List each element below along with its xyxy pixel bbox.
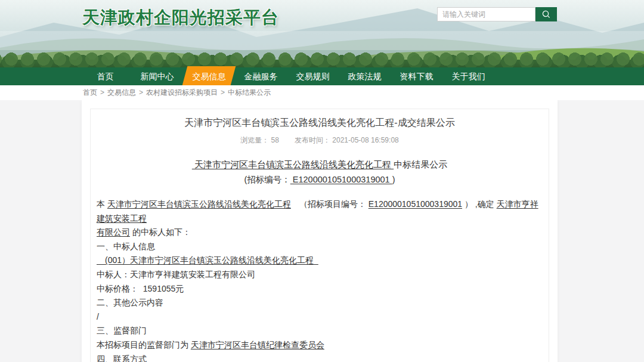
search-icon [541, 10, 551, 19]
winner-price: 中标价格： 1591055元 [97, 282, 543, 296]
article-meta: 浏览量： 58发布时间： 2021-05-08 16:59:08 [97, 135, 543, 146]
article: 天津市宁河区丰台镇滨玉公路线沿线美化亮化工程-成交结果公示 浏览量： 58发布时… [82, 117, 558, 362]
nav-item-downloads[interactable]: 资料下载 [391, 67, 442, 85]
breadcrumb: 首页>交易信息>农村建设招标采购项目>中标结果公示 [0, 85, 644, 100]
section-2-heading: 二、其他公示内容 [97, 296, 543, 310]
nav-item-trade-rules[interactable]: 交易规则 [287, 67, 339, 85]
notice-paragraph-line1: 本 天津市宁河区丰台镇滨玉公路线沿线美化亮化工程 （招标项目编号： E12000… [97, 197, 543, 225]
search-box [437, 7, 557, 21]
search-button[interactable] [535, 7, 557, 21]
breadcrumb-home[interactable]: 首页 [83, 88, 97, 97]
section-1-heading: 一、中标人信息 [97, 240, 543, 254]
header-treeline-decoration [0, 52, 644, 67]
breadcrumb-separator: > [139, 88, 143, 97]
article-card: 天津市宁河区丰台镇滨玉公路线沿线美化亮化工程-成交结果公示 浏览量： 58发布时… [82, 100, 558, 362]
section-4-heading: 四、联系方式 [97, 352, 543, 362]
notice-heading: 天津市宁河区丰台镇滨玉公路线沿线美化亮化工程 中标结果公示 [97, 159, 543, 171]
notice-paragraph-line2: 有限公司 的中标人如下： [97, 225, 543, 240]
section-2-content: / [97, 310, 543, 324]
publish-time: 发布时间： 2021-05-08 16:59:08 [295, 136, 399, 144]
winner-name: 中标人：天津市亨祥建筑安装工程有限公司 [97, 268, 543, 282]
nav-item-about[interactable]: 关于我们 [442, 67, 494, 85]
notice-body: 本 天津市宁河区丰台镇滨玉公路线沿线美化亮化工程 （招标项目编号： E12000… [97, 197, 543, 362]
section-3-heading: 三、监督部门 [97, 324, 543, 338]
search-input[interactable] [437, 7, 535, 21]
nav-item-policies[interactable]: 政策法规 [339, 67, 391, 85]
breadcrumb-current-page: 中标结果公示 [228, 88, 271, 97]
nav-item-news[interactable]: 新闻中心 [131, 67, 183, 85]
nav-item-finance[interactable]: 金融服务 [235, 67, 287, 85]
nav-list: 首页 新闻中心 交易信息 金融服务 交易规则 政策法规 资料下载 关于我们 [79, 67, 494, 85]
main-content-area: 天津市宁河区丰台镇滨玉公路线沿线美化亮化工程-成交结果公示 浏览量： 58发布时… [0, 100, 644, 362]
main-nav: 首页 新闻中心 交易信息 金融服务 交易规则 政策法规 资料下载 关于我们 [0, 67, 644, 85]
views-count: 浏览量： 58 [240, 136, 279, 144]
site-header: 天津政村企阳光招采平台 [0, 0, 644, 67]
notice-bid-number: (招标编号： E1200001051000319001 ) [97, 174, 543, 185]
breadcrumb-trade-info[interactable]: 交易信息 [107, 88, 136, 97]
site-title: 天津政村企阳光招采平台 [82, 6, 279, 30]
nav-item-home[interactable]: 首页 [79, 67, 131, 85]
breadcrumb-separator: > [221, 88, 225, 97]
article-title: 天津市宁河区丰台镇滨玉公路线沿线美化亮化工程-成交结果公示 [97, 117, 543, 129]
breadcrumb-rural-projects[interactable]: 农村建设招标采购项目 [146, 88, 218, 97]
nav-item-trade-info[interactable]: 交易信息 [183, 67, 235, 85]
breadcrumb-separator: > [100, 88, 104, 97]
supervision-line: 本招标项目的监督部门为 天津市宁河区丰台镇纪律检查委员会 [97, 338, 543, 352]
winner-project-item: (001）天津市宁河区丰台镇滨玉公路线沿线美化亮化工程 [97, 253, 543, 268]
